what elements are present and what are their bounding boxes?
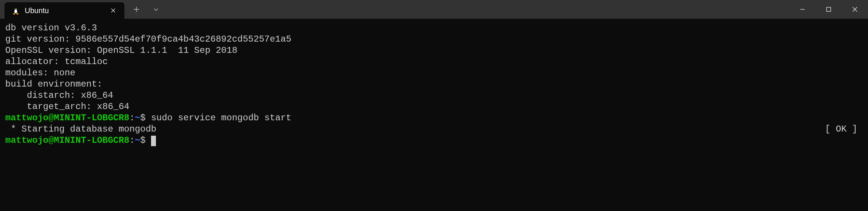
output-line: db version v3.6.3	[5, 22, 863, 34]
prompt-userhost: mattwojo@MININT-LOBGCR8	[5, 135, 129, 145]
prompt-dollar: $	[140, 113, 151, 123]
output-line: modules: none	[5, 67, 863, 79]
output-line: OpenSSL version: OpenSSL 1.1.1 11 Sep 20…	[5, 45, 863, 56]
output-line: target_arch: x86_64	[5, 101, 863, 112]
svg-point-8	[16, 13, 18, 15]
window-controls	[789, 0, 868, 19]
svg-rect-9	[827, 7, 831, 12]
prompt-line: mattwojo@MININT-LOBGCR8:~$	[5, 135, 863, 146]
svg-point-7	[13, 13, 15, 15]
close-icon[interactable]	[109, 6, 118, 15]
prompt-line: mattwojo@MININT-LOBGCR8:~$ sudo service …	[5, 112, 863, 124]
prompt-dollar: $	[140, 135, 151, 145]
svg-point-6	[16, 9, 16, 10]
output-line: allocator: tcmalloc	[5, 56, 863, 67]
tab-actions	[124, 0, 164, 19]
command-text: sudo service mongodb start	[151, 113, 291, 123]
titlebar: Ubuntu	[0, 0, 868, 19]
output-line: distarch: x86_64	[5, 90, 863, 101]
status-right: [ OK ]	[825, 124, 863, 135]
status-left: * Starting database mongodb	[5, 124, 156, 135]
output-line: build environment:	[5, 79, 863, 90]
svg-point-2	[14, 10, 17, 13]
tux-icon	[11, 6, 20, 15]
cursor	[151, 136, 156, 146]
titlebar-drag-area[interactable]	[164, 0, 789, 19]
prompt-separator: :	[129, 113, 135, 123]
maximize-button[interactable]	[816, 0, 842, 19]
prompt-path: ~	[135, 113, 140, 123]
close-window-button[interactable]	[842, 0, 868, 19]
output-line: git version: 9586e557d54ef70f9ca4b43c268…	[5, 34, 863, 45]
minimize-button[interactable]	[789, 0, 816, 19]
tab-ubuntu[interactable]: Ubuntu	[4, 2, 124, 19]
svg-point-5	[15, 9, 15, 10]
status-line: * Starting database mongodb[ OK ]	[5, 124, 863, 135]
new-tab-button[interactable]	[128, 1, 145, 18]
prompt-separator: :	[129, 135, 135, 145]
prompt-userhost: mattwojo@MININT-LOBGCR8	[5, 113, 129, 123]
terminal-output[interactable]: db version v3.6.3 git version: 9586e557d…	[0, 19, 868, 150]
tab-strip: Ubuntu	[0, 0, 124, 19]
tab-title: Ubuntu	[25, 6, 104, 15]
prompt-path: ~	[135, 135, 140, 145]
tab-dropdown-button[interactable]	[148, 1, 164, 18]
